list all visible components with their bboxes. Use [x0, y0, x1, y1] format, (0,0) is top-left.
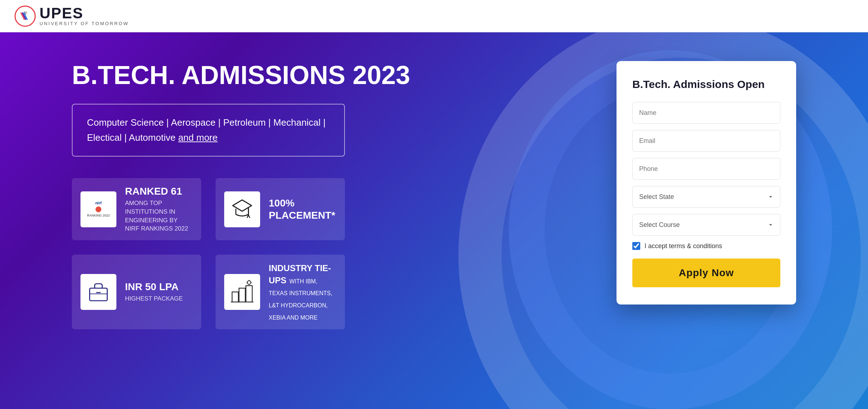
form-title: B.Tech. Admissions Open — [632, 78, 780, 90]
stat-placement-main: 100%PLACEMENT* — [269, 197, 336, 221]
courses-more[interactable]: and more — [178, 132, 218, 143]
svg-rect-11 — [232, 292, 239, 302]
stat-nirf-main: RANKED 61 — [125, 185, 193, 197]
hero-section: B.TECH. ADMISSIONS 2023 Computer Science… — [0, 32, 868, 409]
stat-package-content: INR 50 LPA HIGHEST PACKAGE — [125, 281, 193, 303]
stat-placement-content: 100%PLACEMENT* — [269, 197, 336, 221]
admission-form-card: B.Tech. Admissions Open Select StateAndh… — [617, 61, 796, 305]
courses-text: Computer Science | Aerospace | Petroleum… — [87, 115, 330, 145]
terms-checkbox[interactable] — [632, 242, 640, 250]
stat-package-main: INR 50 LPA — [125, 281, 193, 293]
stats-grid: nirf RANKING 2022 RANKED 61 AMONG TOP IN… — [72, 178, 345, 329]
terms-label[interactable]: I accept terms & conditions — [645, 242, 722, 250]
stat-placement: 100%PLACEMENT* — [216, 178, 345, 240]
site-header: U UPES UNIVERSITY OF TOMORROW — [0, 0, 868, 32]
apply-button[interactable]: Apply Now — [632, 259, 780, 287]
graduation-icon — [224, 191, 260, 227]
nirf-icon: nirf RANKING 2022 — [80, 191, 116, 227]
stat-nirf: nirf RANKING 2022 RANKED 61 AMONG TOP IN… — [72, 178, 201, 240]
name-input[interactable] — [632, 102, 780, 124]
briefcase-icon — [80, 274, 116, 310]
main-title: B.TECH. ADMISSIONS 2023 — [72, 61, 581, 89]
course-select[interactable]: Select CourseB.Tech Computer ScienceB.Te… — [632, 214, 780, 236]
logo[interactable]: U UPES UNIVERSITY OF TOMORROW — [14, 5, 129, 27]
stat-industry-content: INDUSTRY TIE-UPS WITH IBM, TEXAS INSTRUM… — [269, 262, 336, 322]
terms-row: I accept terms & conditions — [632, 242, 780, 250]
logo-text: UPES UNIVERSITY OF TOMORROW — [40, 6, 129, 26]
upes-logo-icon: U — [14, 5, 36, 27]
briefcase-svg — [86, 279, 111, 305]
graduation-cap-svg — [230, 197, 255, 222]
logo-tagline-text: UNIVERSITY OF TOMORROW — [40, 21, 129, 26]
state-select[interactable]: Select StateAndhra PradeshDelhiGujaratKa… — [632, 186, 780, 208]
courses-line2: Electical | Automotive — [87, 132, 176, 143]
svg-rect-8 — [90, 288, 107, 301]
svg-rect-13 — [246, 286, 253, 302]
phone-input[interactable] — [632, 158, 780, 180]
stat-nirf-content: RANKED 61 AMONG TOP INSTITUTIONS IN ENGI… — [125, 185, 193, 233]
logo-upes-text: UPES — [40, 6, 129, 21]
stat-package-sub: HIGHEST PACKAGE — [125, 294, 193, 303]
hero-right: B.Tech. Admissions Open Select StateAndh… — [617, 61, 796, 305]
hero-left: B.TECH. ADMISSIONS 2023 Computer Science… — [72, 61, 617, 329]
courses-line1: Computer Science | Aerospace | Petroleum… — [87, 117, 326, 128]
stat-package: INR 50 LPA HIGHEST PACKAGE — [72, 255, 201, 329]
courses-box: Computer Science | Aerospace | Petroleum… — [72, 104, 345, 157]
stat-industry: INDUSTRY TIE-UPS WITH IBM, TEXAS INSTRUM… — [216, 255, 345, 329]
industry-svg — [230, 279, 255, 305]
stat-industry-main: INDUSTRY TIE-UPS WITH IBM, TEXAS INSTRUM… — [269, 262, 336, 322]
industry-icon — [224, 274, 260, 310]
svg-rect-12 — [239, 288, 245, 302]
email-input[interactable] — [632, 130, 780, 152]
stat-nirf-sub: AMONG TOP INSTITUTIONS IN ENGINEERING BY… — [125, 199, 193, 233]
svg-line-7 — [249, 215, 250, 218]
